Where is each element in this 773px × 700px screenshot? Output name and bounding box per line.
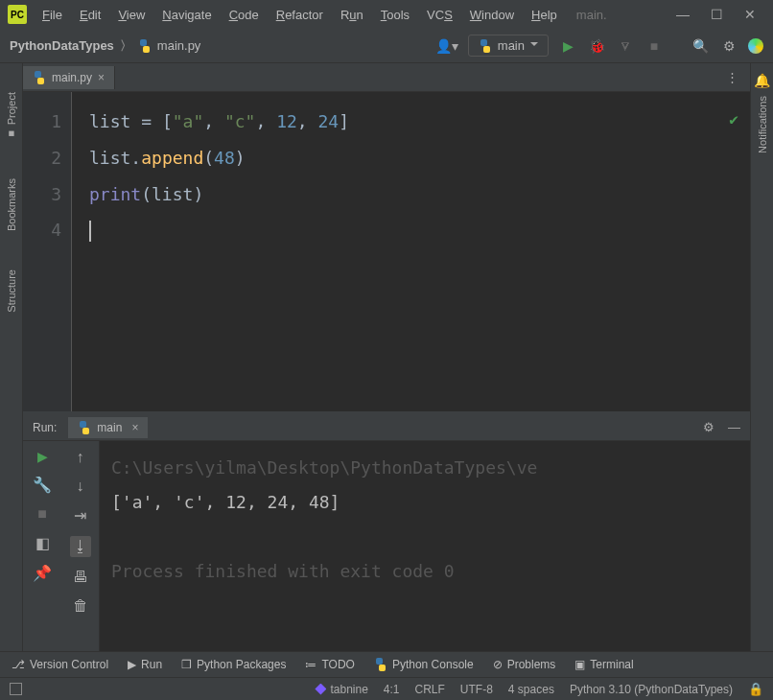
breadcrumb-project[interactable]: PythonDataTypes (10, 38, 114, 53)
print-icon[interactable]: 🖶 (73, 569, 88, 586)
rerun-button[interactable]: ▶ (37, 449, 48, 464)
menu-view[interactable]: View (110, 4, 152, 26)
pin-icon[interactable]: 📌 (33, 564, 52, 582)
navigation-toolbar: PythonDataTypes 〉 main.py 👤▾ main ▶ 🐞 ⛛ … (0, 29, 773, 63)
editor-tabs: main.py × ⋮ (23, 63, 750, 92)
line-number: 2 (23, 140, 61, 176)
run-body: ▶ 🔧 ■ ◧ 📌 ↑ ↓ ⇥ ⭳ 🖶 🗑 C:\Users\yilma\Des… (23, 441, 750, 651)
python-icon (479, 39, 492, 53)
right-tool-stripe: 🔔 Notifications (750, 63, 773, 651)
terminal-button[interactable]: ▣ Terminal (574, 658, 633, 671)
tabnine-icon (315, 684, 326, 695)
run-configuration-selector[interactable]: main (468, 35, 549, 57)
pycharm-app-icon: PC (8, 5, 27, 24)
code-with-me-icon[interactable] (748, 38, 763, 54)
console-path: C:\Users\yilma\Desktop\PythonDataTypes\v… (111, 451, 738, 485)
breadcrumb-file[interactable]: main.py (157, 38, 201, 53)
tab-options-icon[interactable]: ⋮ (714, 70, 750, 84)
settings-button[interactable]: ⚙ (719, 38, 738, 54)
menu-file[interactable]: File (35, 4, 70, 26)
hide-run-panel-icon[interactable]: — (728, 420, 740, 434)
code-area[interactable]: ✔ list = ["a", "c", 12, 24] list.append(… (72, 92, 750, 411)
close-tab-icon[interactable]: × (98, 71, 105, 84)
layout-icon[interactable]: ◧ (35, 534, 50, 552)
run-settings-icon[interactable]: ⚙ (703, 420, 714, 434)
inspection-ok-icon[interactable]: ✔ (729, 104, 738, 136)
menu-navigate[interactable]: Navigate (154, 4, 219, 26)
tool-windows-toggle-icon[interactable] (10, 683, 22, 695)
project-label: Project (6, 92, 17, 125)
tab-label: main.py (52, 71, 92, 84)
toolbar-right: 👤▾ main ▶ 🐞 ⛛ ■ 🔍 ⚙ (435, 35, 763, 57)
python-console-button[interactable]: Python Console (374, 658, 474, 671)
line-ending[interactable]: CRLF (415, 683, 445, 696)
status-bar: tabnine 4:1 CRLF UTF-8 4 spaces Python 3… (0, 677, 773, 700)
search-everywhere-button[interactable]: 🔍 (691, 38, 710, 54)
bell-icon[interactable]: 🔔 (754, 73, 770, 88)
main-area: ■ Project Bookmarks Structure main.py × … (0, 63, 773, 651)
problems-button[interactable]: ⊘ Problems (493, 658, 556, 671)
run-action-col-2: ↑ ↓ ⇥ ⭳ 🖶 🗑 (61, 441, 100, 651)
code-editor[interactable]: 1 2 3 4 ✔ list = ["a", "c", 12, 24] list… (23, 92, 750, 411)
menu-tools[interactable]: Tools (373, 4, 417, 26)
line-number: 4 (23, 212, 61, 248)
structure-label: Structure (6, 269, 17, 313)
run-tab-label: main (97, 421, 122, 434)
version-control-button[interactable]: ⎇ Version Control (12, 658, 108, 671)
title-bar: PC File Edit View Navigate Code Refactor… (0, 0, 773, 29)
stop-button[interactable]: ■ (644, 38, 664, 54)
menu-help[interactable]: Help (524, 4, 565, 26)
maximize-button[interactable]: ☐ (711, 7, 723, 22)
menu-window[interactable]: Window (462, 4, 522, 26)
editor-tab-main[interactable]: main.py × (23, 66, 115, 89)
scroll-to-end-icon[interactable]: ⭳ (70, 536, 91, 557)
minimize-button[interactable]: — (676, 7, 690, 22)
structure-tool-button[interactable]: Structure (6, 269, 17, 313)
menu-vcs[interactable]: VCS (419, 4, 460, 26)
run-header: Run: main × ⚙ — (23, 414, 750, 441)
console-output[interactable]: C:\Users\yilma\Desktop\PythonDataTypes\v… (100, 441, 750, 651)
bottom-tool-stripe: ⎇ Version Control ▶ Run ❒ Python Package… (0, 651, 773, 677)
close-run-tab-icon[interactable]: × (131, 421, 138, 434)
run-with-coverage-button[interactable]: ⛛ (616, 38, 635, 54)
menu-refactor[interactable]: Refactor (269, 4, 331, 26)
debug-button[interactable]: 🐞 (587, 38, 606, 54)
python-interpreter[interactable]: Python 3.10 (PythonDataTypes) (570, 683, 733, 696)
close-button[interactable]: ✕ (744, 7, 756, 22)
run-tool-button[interactable]: ▶ Run (128, 658, 162, 671)
lock-icon[interactable]: 🔒 (748, 682, 763, 696)
notifications-tool-button[interactable]: Notifications (757, 96, 768, 153)
file-encoding[interactable]: UTF-8 (460, 683, 493, 696)
bookmarks-tool-button[interactable]: Bookmarks (6, 178, 17, 231)
tabnine-widget[interactable]: tabnine (315, 683, 367, 696)
text-cursor (89, 221, 91, 242)
project-tool-button[interactable]: ■ Project (6, 92, 17, 140)
todo-button[interactable]: ≔ TODO (305, 658, 354, 671)
python-packages-button[interactable]: ❒ Python Packages (181, 658, 286, 671)
notifications-label: Notifications (757, 96, 768, 153)
window-title-tail: main. (576, 8, 607, 22)
code-line-1: list = ["a", "c", 12, 24] (89, 104, 750, 140)
indent-setting[interactable]: 4 spaces (508, 683, 554, 696)
stop-run-button[interactable]: ■ (37, 505, 47, 523)
run-tab-main[interactable]: main × (68, 417, 148, 438)
line-number-gutter: 1 2 3 4 (23, 92, 71, 411)
menu-run[interactable]: Run (333, 4, 371, 26)
up-arrow-icon[interactable]: ↑ (77, 449, 84, 466)
menu-edit[interactable]: Edit (72, 4, 108, 26)
run-button[interactable]: ▶ (558, 38, 577, 54)
code-line-2: list.append(48) (89, 140, 750, 176)
down-arrow-icon[interactable]: ↓ (77, 478, 84, 495)
run-action-col-1: ▶ 🔧 ■ ◧ 📌 (23, 441, 61, 651)
run-tool-window: Run: main × ⚙ — ▶ 🔧 ■ ◧ 📌 (23, 411, 750, 651)
soft-wrap-icon[interactable]: ⇥ (74, 506, 86, 525)
wrench-icon[interactable]: 🔧 (33, 476, 52, 494)
user-icon[interactable]: 👤▾ (435, 38, 458, 54)
cursor-position[interactable]: 4:1 (384, 683, 400, 696)
bookmarks-label: Bookmarks (6, 178, 17, 231)
run-label: Run: (33, 421, 57, 434)
delete-icon[interactable]: 🗑 (73, 597, 88, 615)
main-menu: File Edit View Navigate Code Refactor Ru… (35, 4, 565, 26)
chevron-down-icon (530, 38, 538, 53)
menu-code[interactable]: Code (222, 4, 267, 26)
